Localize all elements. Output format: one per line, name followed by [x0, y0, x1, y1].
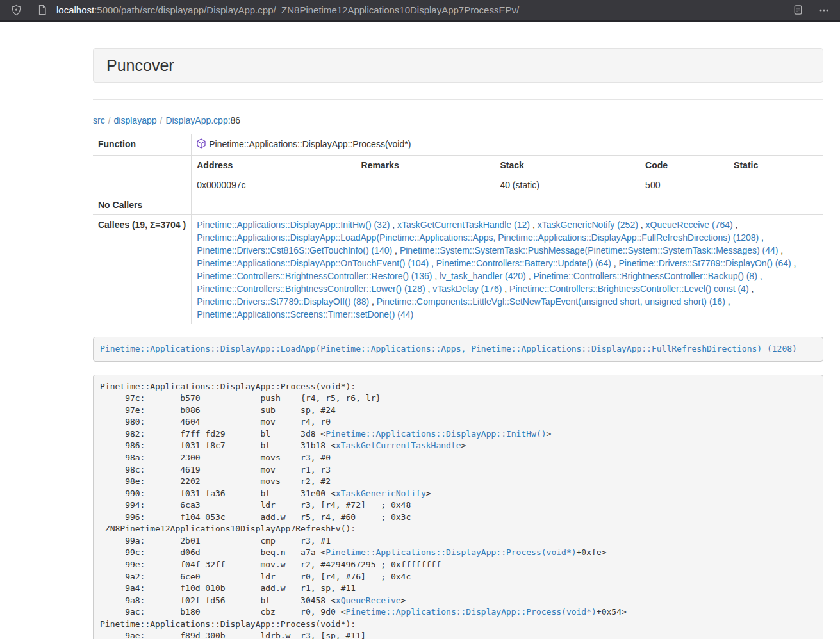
callee-link[interactable]: Pinetime::Drivers::Cst816S::GetTouchInfo…: [197, 245, 392, 255]
asm-symbol-link[interactable]: xTaskGetCurrentTaskHandle: [336, 441, 461, 450]
breadcrumb-file-link[interactable]: DisplayApp.cpp: [165, 115, 227, 125]
empty-cell: [93, 156, 192, 195]
breadcrumb-separator: /: [160, 115, 163, 125]
callees-list: Pinetime::Applications::DisplayApp::Init…: [192, 215, 823, 325]
reader-view-icon[interactable]: [789, 2, 806, 19]
details-value-row: 0x0000097c 40 (static) 500: [192, 175, 823, 195]
callees-row: Callees (19, Σ=3704 ) Pinetime::Applicat…: [93, 215, 823, 325]
url-path: :5000/path/src/displayapp/DisplayApp.cpp…: [94, 4, 519, 15]
callee-link[interactable]: xTaskGenericNotify (252): [538, 220, 638, 230]
callee-link[interactable]: Pinetime::Applications::DisplayApp::Init…: [197, 220, 390, 230]
menu-dots-icon[interactable]: [816, 2, 832, 19]
toolbar-divider-right: [811, 4, 811, 15]
callees-label: Callees (19, Σ=3704 ): [93, 215, 192, 325]
static-value: [729, 175, 823, 195]
no-callers-label: No Callers: [93, 195, 192, 215]
column-header-address: Address: [192, 156, 356, 175]
details-header-row: Address Remarks Stack Code Static: [192, 156, 823, 175]
remarks-value: [356, 175, 495, 195]
no-callers-cell: [192, 195, 823, 215]
toolbar-divider: [29, 4, 29, 15]
callee-link[interactable]: Pinetime::Applications::DisplayApp::Load…: [197, 232, 759, 243]
url-bar[interactable]: localhost:5000/path/src/displayapp/Displ…: [56, 4, 789, 15]
disassembly-block: Pinetime::Applications::DisplayApp::Proc…: [93, 375, 823, 639]
function-details-row: Address Remarks Stack Code Static 0x0000…: [93, 156, 823, 195]
callee-link[interactable]: Pinetime::Applications::DisplayApp::OnTo…: [197, 258, 429, 268]
divider-rule: [93, 99, 823, 100]
loadapp-snippet-link[interactable]: Pinetime::Applications::DisplayApp::Load…: [100, 344, 797, 353]
callee-link[interactable]: Pinetime::Drivers::St7789::DisplayOn() (…: [619, 258, 791, 268]
breadcrumb-line-number: :86: [228, 115, 240, 125]
callee-link[interactable]: Pinetime::Components::LittleVgl::SetNewT…: [377, 296, 725, 307]
function-details-cell: Address Remarks Stack Code Static 0x0000…: [192, 156, 823, 195]
callee-link[interactable]: Pinetime::Controllers::BrightnessControl…: [197, 284, 425, 294]
stack-value: 40 (static): [495, 175, 640, 195]
package-icon: [197, 138, 206, 152]
callee-link[interactable]: xTaskGetCurrentTaskHandle (12): [397, 220, 530, 230]
callee-link[interactable]: Pinetime::Controllers::BrightnessControl…: [509, 284, 748, 294]
column-header-stack: Stack: [495, 156, 640, 175]
column-header-static: Static: [729, 156, 823, 175]
page-content: Puncover src/displayapp/DisplayApp.cpp:8…: [0, 22, 840, 639]
breadcrumb-separator: /: [108, 115, 111, 125]
code-value: 500: [640, 175, 729, 195]
app-title-banner: Puncover: [93, 48, 823, 83]
asm-symbol-link[interactable]: Pinetime::Applications::DisplayApp::Init…: [325, 429, 546, 439]
function-details-table: Address Remarks Stack Code Static 0x0000…: [192, 156, 823, 195]
function-name-cell: Pinetime::Applications::DisplayApp::Proc…: [192, 134, 823, 156]
callee-link[interactable]: Pinetime::System::SystemTask::PushMessag…: [400, 245, 778, 255]
callee-link[interactable]: xQueueReceive (764): [646, 220, 733, 230]
app-title: Puncover: [106, 56, 174, 74]
breadcrumb-src-link[interactable]: src: [93, 115, 105, 125]
function-row: Function Pinetime::Applications::Display…: [93, 134, 823, 156]
function-label: Function: [93, 134, 192, 156]
asm-symbol-link[interactable]: Pinetime::Applications::DisplayApp::Proc…: [346, 607, 597, 617]
callee-link[interactable]: Pinetime::Controllers::Battery::Update()…: [436, 258, 611, 268]
content-container: Puncover src/displayapp/DisplayApp.cpp:8…: [83, 48, 833, 639]
column-header-code: Code: [640, 156, 729, 175]
loadapp-snippet-box: Pinetime::Applications::DisplayApp::Load…: [93, 337, 823, 362]
breadcrumb: src/displayapp/DisplayApp.cpp:86: [93, 115, 823, 125]
callee-link[interactable]: Pinetime::Controllers::BrightnessControl…: [533, 271, 757, 281]
address-value: 0x0000097c: [192, 175, 356, 195]
no-callers-row: No Callers: [93, 195, 823, 215]
url-host: localhost: [56, 4, 94, 15]
asm-symbol-link[interactable]: xTaskGenericNotify: [336, 489, 426, 498]
callee-link[interactable]: vTaskDelay (176): [432, 284, 502, 294]
browser-toolbar: localhost:5000/path/src/displayapp/Displ…: [0, 0, 840, 22]
breadcrumb-displayapp-link[interactable]: displayapp: [114, 115, 157, 125]
callee-link[interactable]: Pinetime::Controllers::BrightnessControl…: [197, 271, 432, 281]
page-icon[interactable]: [34, 2, 51, 19]
asm-symbol-link[interactable]: xQueueReceive: [336, 595, 401, 605]
function-table: Function Pinetime::Applications::Display…: [93, 134, 823, 324]
function-name: Pinetime::Applications::DisplayApp::Proc…: [209, 139, 411, 149]
callee-link[interactable]: Pinetime::Applications::Screens::Timer::…: [197, 309, 413, 320]
asm-symbol-link[interactable]: Pinetime::Applications::DisplayApp::Proc…: [325, 547, 576, 557]
shield-icon[interactable]: [8, 2, 24, 19]
callee-link[interactable]: Pinetime::Drivers::St7789::DisplayOff() …: [197, 296, 369, 307]
callee-link[interactable]: lv_task_handler (420): [440, 271, 526, 281]
column-header-remarks: Remarks: [356, 156, 495, 175]
